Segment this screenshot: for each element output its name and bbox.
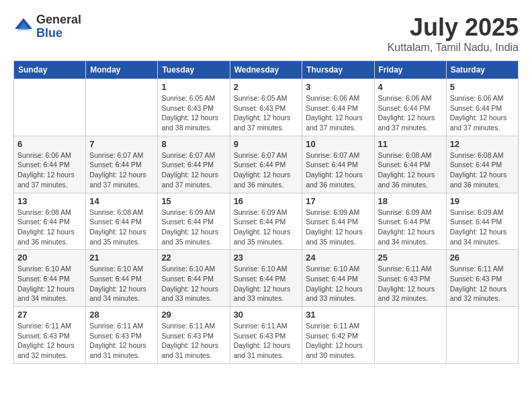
calendar-cell: 14Sunrise: 6:08 AMSunset: 6:44 PMDayligh… — [86, 193, 158, 250]
day-detail: Sunrise: 6:07 AMSunset: 6:44 PMDaylight:… — [161, 150, 226, 190]
day-detail: Sunrise: 6:06 AMSunset: 6:44 PMDaylight:… — [17, 150, 82, 190]
day-number: 18 — [378, 196, 443, 206]
day-detail: Sunrise: 6:10 AMSunset: 6:44 PMDaylight:… — [17, 264, 82, 304]
logo-icon — [13, 17, 34, 37]
calendar-week-row: 27Sunrise: 6:11 AMSunset: 6:43 PMDayligh… — [14, 307, 519, 364]
day-number: 13 — [17, 196, 82, 206]
calendar-cell — [86, 79, 158, 136]
day-detail: Sunrise: 6:06 AMSunset: 6:44 PMDaylight:… — [378, 93, 443, 133]
calendar-cell: 21Sunrise: 6:10 AMSunset: 6:44 PMDayligh… — [86, 250, 158, 307]
calendar-cell: 25Sunrise: 6:11 AMSunset: 6:43 PMDayligh… — [374, 250, 446, 307]
day-number: 5 — [450, 82, 515, 92]
calendar-cell: 11Sunrise: 6:08 AMSunset: 6:44 PMDayligh… — [374, 136, 446, 193]
day-number: 9 — [234, 139, 299, 149]
calendar-week-row: 13Sunrise: 6:08 AMSunset: 6:44 PMDayligh… — [14, 193, 519, 250]
day-detail: Sunrise: 6:09 AMSunset: 6:44 PMDaylight:… — [161, 208, 226, 247]
weekday-header: Tuesday — [158, 61, 230, 79]
weekday-header: Monday — [86, 61, 158, 79]
main-title: July 2025 — [388, 13, 519, 42]
day-number: 15 — [161, 196, 226, 206]
day-number: 11 — [378, 139, 443, 149]
calendar-cell: 18Sunrise: 6:09 AMSunset: 6:44 PMDayligh… — [374, 193, 446, 250]
calendar-cell: 26Sunrise: 6:11 AMSunset: 6:43 PMDayligh… — [446, 250, 518, 307]
day-number: 2 — [234, 82, 299, 92]
day-detail: Sunrise: 6:11 AMSunset: 6:43 PMDaylight:… — [378, 264, 443, 304]
calendar-cell: 27Sunrise: 6:11 AMSunset: 6:43 PMDayligh… — [14, 307, 86, 364]
title-section: July 2025 Kuttalam, Tamil Nadu, India — [388, 13, 519, 54]
weekday-header: Wednesday — [230, 61, 302, 79]
weekday-header: Saturday — [446, 61, 518, 79]
calendar-cell: 30Sunrise: 6:11 AMSunset: 6:43 PMDayligh… — [230, 307, 302, 364]
day-detail: Sunrise: 6:08 AMSunset: 6:44 PMDaylight:… — [17, 208, 82, 247]
day-detail: Sunrise: 6:10 AMSunset: 6:44 PMDaylight:… — [161, 264, 226, 304]
day-detail: Sunrise: 6:11 AMSunset: 6:42 PMDaylight:… — [306, 321, 370, 361]
day-number: 3 — [306, 82, 370, 92]
calendar-cell: 22Sunrise: 6:10 AMSunset: 6:44 PMDayligh… — [158, 250, 230, 307]
calendar-cell — [374, 307, 446, 364]
weekday-header-row: SundayMondayTuesdayWednesdayThursdayFrid… — [14, 61, 519, 79]
calendar-cell — [14, 79, 86, 136]
day-number: 16 — [234, 196, 299, 206]
day-detail: Sunrise: 6:10 AMSunset: 6:44 PMDaylight:… — [234, 264, 299, 304]
calendar-cell: 3Sunrise: 6:06 AMSunset: 6:44 PMDaylight… — [302, 79, 374, 136]
calendar-week-row: 6Sunrise: 6:06 AMSunset: 6:44 PMDaylight… — [14, 136, 519, 193]
day-detail: Sunrise: 6:06 AMSunset: 6:44 PMDaylight:… — [306, 93, 370, 133]
calendar-cell: 7Sunrise: 6:07 AMSunset: 6:44 PMDaylight… — [86, 136, 158, 193]
calendar-cell: 16Sunrise: 6:09 AMSunset: 6:44 PMDayligh… — [230, 193, 302, 250]
day-number: 22 — [161, 253, 226, 263]
day-number: 1 — [161, 82, 226, 92]
calendar-week-row: 20Sunrise: 6:10 AMSunset: 6:44 PMDayligh… — [14, 250, 519, 307]
page-header: General Blue July 2025 Kuttalam, Tamil N… — [13, 13, 519, 54]
day-detail: Sunrise: 6:11 AMSunset: 6:43 PMDaylight:… — [161, 321, 226, 361]
day-detail: Sunrise: 6:07 AMSunset: 6:44 PMDaylight:… — [89, 150, 154, 190]
calendar-cell: 1Sunrise: 6:05 AMSunset: 6:43 PMDaylight… — [158, 79, 230, 136]
day-number: 7 — [89, 139, 154, 149]
day-number: 21 — [89, 253, 154, 263]
calendar-week-row: 1Sunrise: 6:05 AMSunset: 6:43 PMDaylight… — [14, 79, 519, 136]
logo: General Blue — [13, 13, 81, 40]
day-detail: Sunrise: 6:07 AMSunset: 6:44 PMDaylight:… — [306, 150, 370, 190]
day-detail: Sunrise: 6:11 AMSunset: 6:43 PMDaylight:… — [89, 321, 154, 361]
calendar-cell: 12Sunrise: 6:08 AMSunset: 6:44 PMDayligh… — [446, 136, 518, 193]
day-detail: Sunrise: 6:09 AMSunset: 6:44 PMDaylight:… — [450, 208, 515, 247]
day-detail: Sunrise: 6:09 AMSunset: 6:44 PMDaylight:… — [306, 208, 370, 247]
calendar-cell: 28Sunrise: 6:11 AMSunset: 6:43 PMDayligh… — [86, 307, 158, 364]
day-number: 14 — [89, 196, 154, 206]
weekday-header: Friday — [374, 61, 446, 79]
logo-text: General Blue — [36, 13, 81, 40]
logo-blue: Blue — [36, 27, 81, 40]
day-number: 27 — [17, 310, 82, 320]
day-detail: Sunrise: 6:10 AMSunset: 6:44 PMDaylight:… — [89, 264, 154, 304]
calendar-cell: 19Sunrise: 6:09 AMSunset: 6:44 PMDayligh… — [446, 193, 518, 250]
day-number: 17 — [306, 196, 370, 206]
calendar-cell: 9Sunrise: 6:07 AMSunset: 6:44 PMDaylight… — [230, 136, 302, 193]
day-detail: Sunrise: 6:10 AMSunset: 6:44 PMDaylight:… — [306, 264, 370, 304]
weekday-header: Sunday — [14, 61, 86, 79]
calendar-cell: 8Sunrise: 6:07 AMSunset: 6:44 PMDaylight… — [158, 136, 230, 193]
day-detail: Sunrise: 6:11 AMSunset: 6:43 PMDaylight:… — [450, 264, 515, 304]
day-detail: Sunrise: 6:09 AMSunset: 6:44 PMDaylight:… — [234, 208, 299, 247]
day-number: 6 — [17, 139, 82, 149]
calendar-cell: 15Sunrise: 6:09 AMSunset: 6:44 PMDayligh… — [158, 193, 230, 250]
subtitle: Kuttalam, Tamil Nadu, India — [388, 42, 519, 54]
day-detail: Sunrise: 6:07 AMSunset: 6:44 PMDaylight:… — [234, 150, 299, 190]
calendar-cell — [446, 307, 518, 364]
calendar-cell: 17Sunrise: 6:09 AMSunset: 6:44 PMDayligh… — [302, 193, 374, 250]
day-detail: Sunrise: 6:09 AMSunset: 6:44 PMDaylight:… — [378, 208, 443, 247]
calendar-cell: 24Sunrise: 6:10 AMSunset: 6:44 PMDayligh… — [302, 250, 374, 307]
day-number: 30 — [234, 310, 299, 320]
logo-general: General — [36, 13, 81, 27]
day-number: 26 — [450, 253, 515, 263]
day-number: 19 — [450, 196, 515, 206]
calendar-cell: 10Sunrise: 6:07 AMSunset: 6:44 PMDayligh… — [302, 136, 374, 193]
day-number: 8 — [161, 139, 226, 149]
day-detail: Sunrise: 6:05 AMSunset: 6:43 PMDaylight:… — [161, 93, 226, 133]
calendar-cell: 6Sunrise: 6:06 AMSunset: 6:44 PMDaylight… — [14, 136, 86, 193]
calendar-cell: 31Sunrise: 6:11 AMSunset: 6:42 PMDayligh… — [302, 307, 374, 364]
day-number: 25 — [378, 253, 443, 263]
calendar-cell: 5Sunrise: 6:06 AMSunset: 6:44 PMDaylight… — [446, 79, 518, 136]
day-number: 4 — [378, 82, 443, 92]
day-detail: Sunrise: 6:08 AMSunset: 6:44 PMDaylight:… — [450, 150, 515, 190]
calendar-cell: 20Sunrise: 6:10 AMSunset: 6:44 PMDayligh… — [14, 250, 86, 307]
day-number: 24 — [306, 253, 370, 263]
